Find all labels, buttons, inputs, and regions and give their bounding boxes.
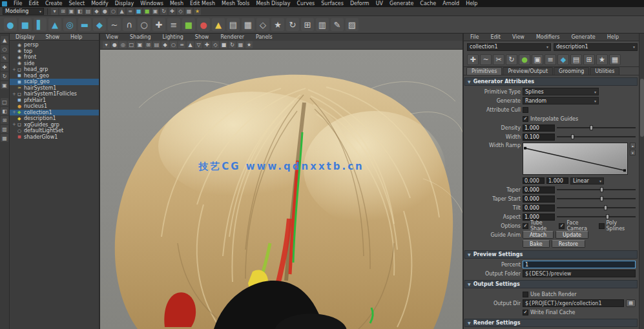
tool-icon[interactable]: ✎ <box>1 54 8 62</box>
shelf-icon[interactable]: ◆ <box>93 18 106 31</box>
viewport-menu-item[interactable]: Panels <box>253 34 276 41</box>
shelf-icon[interactable]: ▲ <box>48 18 61 31</box>
xgen-toolbar-icon[interactable]: ✂ <box>493 54 504 65</box>
outliner-item[interactable]: ◼ shaderGlow1 <box>10 134 99 141</box>
shelf-icon[interactable]: ~ <box>108 18 121 31</box>
viewport-toolbar-icon[interactable]: ✚ <box>203 41 211 48</box>
status-icon[interactable]: ▲ <box>118 8 125 15</box>
status-icon[interactable]: ○ <box>110 8 117 15</box>
outliner-item[interactable]: ≈ hairSystem1 <box>10 85 99 92</box>
shelf-icon[interactable]: ✎ <box>331 18 344 31</box>
xgen-toolbar-icon[interactable]: ▣ <box>532 54 543 65</box>
viewport-canvas[interactable]: 技艺CG www.qdnxxtb.cn <box>100 50 462 329</box>
ramp-selected-position-field[interactable]: 0.000 <box>523 177 545 184</box>
slider-handle[interactable] <box>606 214 609 219</box>
menubar-item[interactable]: Curves <box>293 1 318 6</box>
viewport-toolbar-icon[interactable]: ↻ <box>229 41 236 48</box>
xgen-toolbar-icon[interactable]: ⊞ <box>583 54 595 65</box>
menubar-item[interactable]: Select <box>65 1 88 6</box>
menubar-item[interactable]: Edit <box>25 1 42 6</box>
shelf-icon[interactable]: ▦ <box>242 18 254 31</box>
attribute-cull-checkbox[interactable] <box>523 107 528 113</box>
menubar-item[interactable]: Deform <box>347 1 373 6</box>
xgen-tab[interactable]: Grooming <box>554 67 589 75</box>
outliner-menu-item[interactable]: Help <box>67 34 85 41</box>
menubar-item[interactable]: Help <box>462 1 481 6</box>
use-batch-checkbox[interactable] <box>523 292 528 297</box>
status-icon[interactable]: ● <box>101 8 109 15</box>
attach-button[interactable]: Attach <box>523 231 554 239</box>
tool-icon[interactable]: ✚ <box>1 63 8 71</box>
ramp-interpolation-select[interactable]: Linear ▾ <box>570 177 604 184</box>
viewport-toolbar-icon[interactable]: ▦ <box>237 41 244 48</box>
viewport-menu-item[interactable]: Shading <box>127 34 154 41</box>
browse-folder-button[interactable]: ▤ <box>626 299 636 307</box>
update-button[interactable]: Update <box>556 231 588 239</box>
menubar-item[interactable]: Generate <box>386 1 417 6</box>
viewport-toolbar-icon[interactable]: ▽ <box>195 41 202 48</box>
layout-icon[interactable]: ◧ <box>1 107 8 115</box>
primitive-slider[interactable] <box>557 186 636 193</box>
outliner-item[interactable]: ◼ scalp_geo <box>10 79 99 85</box>
shelf-icon[interactable]: ◇ <box>256 18 269 31</box>
outliner-item[interactable]: ◉ front <box>10 54 99 61</box>
option-checkbox[interactable]: ✓ <box>523 223 528 229</box>
status-icon[interactable]: ▣ <box>152 8 159 15</box>
viewport-toolbar-icon[interactable]: ▾ <box>103 41 110 48</box>
viewport-toolbar-icon[interactable]: ● <box>111 41 118 48</box>
status-icon[interactable]: ★ <box>194 8 201 15</box>
xgen-menu-item[interactable]: View <box>509 34 528 41</box>
viewport-toolbar-icon[interactable]: ★ <box>245 41 253 48</box>
shelf-icon[interactable]: ● <box>197 18 210 31</box>
write-cache-checkbox[interactable]: ✓ <box>523 310 528 315</box>
layout-icon[interactable]: ▥ <box>1 125 8 133</box>
restore-button[interactable]: Restore <box>552 240 585 248</box>
viewport-toolbar-icon[interactable]: ◎ <box>119 41 127 48</box>
shelf-icon[interactable]: ■ <box>19 18 32 31</box>
collection-select[interactable]: collection1 ▾ <box>467 43 551 51</box>
viewport-toolbar-icon[interactable]: ◆ <box>161 41 169 48</box>
viewport-toolbar-icon[interactable]: ≡ <box>178 41 185 48</box>
expander-icon[interactable]: + <box>12 92 16 97</box>
status-icon[interactable]: ■ <box>143 8 151 15</box>
output-folder-field[interactable]: ${DESC}/preview <box>523 270 636 277</box>
status-icon[interactable]: ■ <box>135 8 142 15</box>
slider-handle[interactable] <box>600 196 603 201</box>
shelf-icon[interactable]: ■ <box>182 18 195 31</box>
viewport-toolbar-icon[interactable]: ▣ <box>136 41 143 48</box>
width-ramp-widget[interactable] <box>523 143 628 175</box>
shelf-icon[interactable]: ▬ <box>78 18 91 31</box>
expander-icon[interactable]: + <box>12 67 16 72</box>
primitive-slider[interactable] <box>557 214 636 220</box>
layout-icon[interactable]: ⊞ <box>1 116 8 124</box>
density-slider[interactable] <box>557 125 636 131</box>
width-field[interactable]: 0.100 <box>523 134 555 141</box>
outliner-item[interactable]: ○ defaultLightSet <box>10 128 99 134</box>
ramp-zoom-out-button[interactable]: ▾ <box>630 150 636 155</box>
outliner-item[interactable]: + ◻ xgGuides_grp <box>10 122 99 128</box>
shelf-icon[interactable]: ≡ <box>167 18 180 31</box>
menubar-item[interactable]: Mesh Tools <box>218 1 253 6</box>
shelf-icon[interactable]: ▤ <box>227 18 240 31</box>
viewport-toolbar-icon[interactable]: ○ <box>170 41 177 48</box>
primitive-slider[interactable] <box>557 195 636 202</box>
viewport-toolbar-icon[interactable]: ▤ <box>153 41 160 48</box>
primitive-slider[interactable] <box>557 204 636 211</box>
xgen-toolbar-icon[interactable]: ◆ <box>557 54 569 65</box>
outliner-menu-item[interactable]: Show <box>43 34 63 41</box>
xgen-menu-item[interactable]: Generate <box>568 34 598 41</box>
viewport-menu-item[interactable]: Renderer <box>217 34 247 41</box>
menubar-item[interactable]: Mesh Display <box>253 1 293 6</box>
status-icon[interactable]: ✚ <box>169 8 176 15</box>
xgen-tab[interactable]: Utilities <box>590 67 619 75</box>
menubar-item[interactable]: Modify <box>88 1 112 6</box>
xgen-tab[interactable]: Primitives <box>466 67 502 75</box>
generate-select[interactable]: Random ▾ <box>523 97 599 105</box>
xgen-toolbar-icon[interactable]: ▤ <box>570 54 582 65</box>
percent-field[interactable]: 1 <box>523 261 636 268</box>
xgen-menu-item[interactable]: Edit <box>487 34 504 41</box>
menubar-item[interactable]: UV <box>373 1 386 6</box>
status-icon[interactable]: ≡ <box>127 8 134 15</box>
viewport-toolbar-icon[interactable]: ▲ <box>187 41 194 48</box>
option-checkbox[interactable] <box>599 223 605 229</box>
